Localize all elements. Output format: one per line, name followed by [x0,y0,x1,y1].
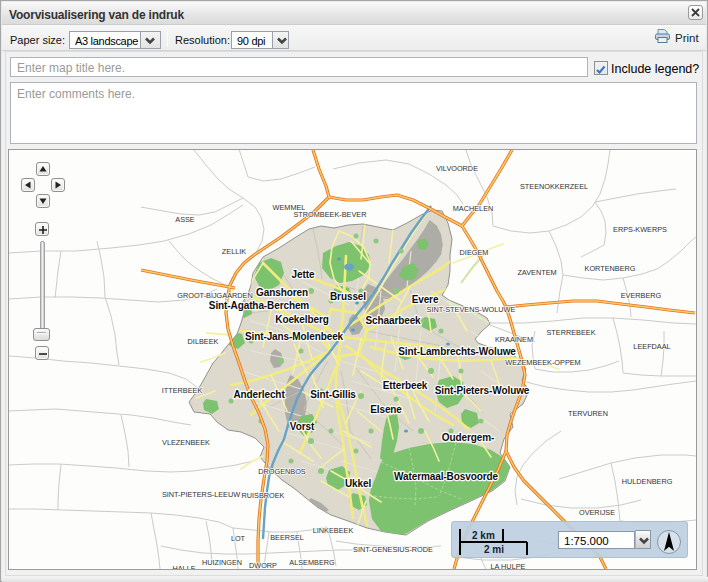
svg-text:DWORP: DWORP [249,561,277,569]
svg-text:STEENOKKERZEEL: STEENOKKERZEEL [520,182,588,191]
svg-text:2 mi: 2 mi [484,544,504,555]
svg-text:Vorst: Vorst [290,421,315,432]
svg-text:Sint-Agatha-Berchem: Sint-Agatha-Berchem [209,300,310,311]
svg-text:RUISBROEK: RUISBROEK [242,491,285,500]
svg-text:ITTERBEEK: ITTERBEEK [162,386,203,395]
svg-text:Anderlecht: Anderlecht [233,389,285,400]
svg-text:KRAAINEM: KRAAINEM [495,335,533,344]
svg-text:ZELLIK: ZELLIK [222,247,246,256]
svg-text:ZAVENTEM: ZAVENTEM [517,268,556,277]
svg-text:EVERBERG: EVERBERG [621,291,662,300]
svg-text:Sint-Gillis: Sint-Gillis [310,389,356,400]
svg-text:BEERSEL: BEERSEL [270,533,304,542]
svg-text:TERVUREN: TERVUREN [568,409,608,418]
svg-text:Ukkel: Ukkel [345,478,372,489]
svg-text:LINKEBEEK: LINKEBEEK [313,526,354,535]
svg-text:ERPS-KWERPS: ERPS-KWERPS [613,225,667,234]
svg-text:MACHELEN: MACHELEN [453,204,494,213]
svg-text:VILVOORDE: VILVOORDE [436,164,478,173]
svg-text:2 km: 2 km [472,530,495,541]
svg-text:OVERIJSE: OVERIJSE [579,508,615,517]
svg-text:VLEZENBEEK: VLEZENBEEK [162,438,210,447]
svg-text:HULDENBERG: HULDENBERG [622,477,673,486]
svg-text:Oudergem-: Oudergem- [442,432,494,443]
svg-text:Evere: Evere [412,294,439,305]
svg-text:LA HULPE: LA HULPE [491,562,526,569]
svg-text:Elsene: Elsene [370,404,402,415]
svg-text:KORTENBERG: KORTENBERG [585,264,636,273]
svg-text:DILBEEK: DILBEEK [188,337,219,346]
svg-text:Watermaal-Bosvoorde: Watermaal-Bosvoorde [394,471,498,482]
svg-text:Ganshoren: Ganshoren [256,287,308,298]
svg-text:Koekelberg: Koekelberg [275,314,328,325]
svg-text:LOT: LOT [231,534,246,543]
svg-text:Brussel: Brussel [330,291,366,302]
svg-text:SINT-PIETERS-LEEUW: SINT-PIETERS-LEEUW [162,490,240,499]
svg-text:Jette: Jette [292,269,315,280]
svg-text:DIEGEM: DIEGEM [460,248,489,257]
svg-text:STERREBEEK: STERREBEEK [546,328,595,337]
svg-text:WEZEMBEEK-OPPEM: WEZEMBEEK-OPPEM [505,358,580,367]
svg-text:SINT-GENESIUS-RODE: SINT-GENESIUS-RODE [353,545,433,554]
svg-text:LEEFDAAL: LEEFDAAL [633,342,670,351]
svg-text:Schaarbeek: Schaarbeek [365,315,421,326]
svg-text:SINT-STEVENS-WOLUWE: SINT-STEVENS-WOLUWE [427,305,516,314]
svg-text:STROMBEEK-BEVER: STROMBEEK-BEVER [294,210,367,219]
svg-text:HALLE: HALLE [172,564,195,569]
svg-text:Sint-Jans-Molenbeek: Sint-Jans-Molenbeek [245,331,344,342]
svg-text:Etterbeek: Etterbeek [383,380,428,391]
svg-text:GROOT-BIJGAARDEN: GROOT-BIJGAARDEN [177,291,252,300]
svg-text:ASSE: ASSE [175,215,195,224]
svg-text:Sint-Lambrechts-Woluwe: Sint-Lambrechts-Woluwe [398,346,516,357]
svg-text:DROGENBOS: DROGENBOS [258,467,306,476]
svg-text:ALSEMBERG: ALSEMBERG [289,558,335,567]
svg-text:Sint-Pieters-Woluwe: Sint-Pieters-Woluwe [435,385,530,396]
svg-text:HUIZINGEN: HUIZINGEN [202,558,242,567]
